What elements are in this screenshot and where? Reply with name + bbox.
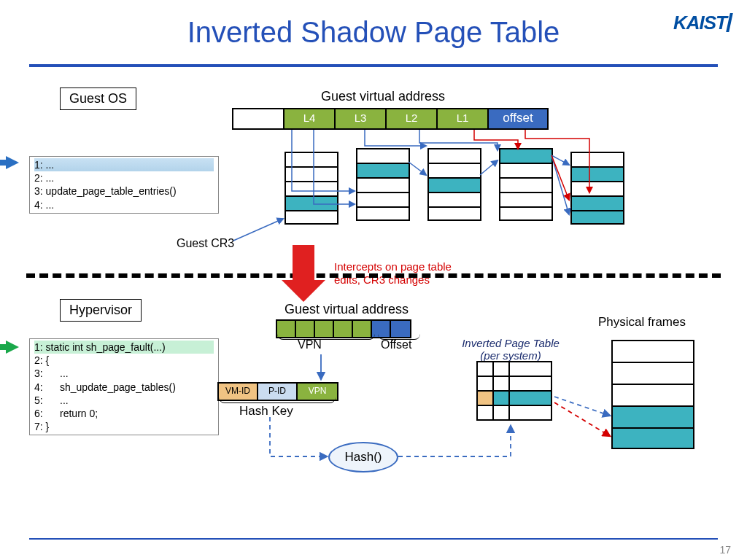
addr-l2: L2	[387, 109, 438, 128]
code-line: 4: ...	[34, 198, 214, 211]
code-line: 3: update_page_table_entries()	[34, 184, 214, 198]
hashkey-brace	[219, 397, 336, 403]
guest-code-box: 1: ... 2: ... 3: update_page_table_entri…	[29, 156, 219, 214]
kaist-logo: KAIST	[673, 12, 731, 34]
gva-label-bot: Guest virtual address	[285, 302, 409, 317]
gva-label-top: Guest virtual address	[321, 89, 445, 104]
code-line: 2: {	[34, 354, 214, 367]
page-table-l3	[356, 148, 410, 221]
physical-frames-label: Physical frames	[598, 315, 686, 330]
physical-frames-table	[611, 340, 694, 449]
hashkey-label: Hash Key	[239, 404, 293, 419]
code-line: 2: ...	[34, 171, 214, 184]
footer-rule	[29, 538, 718, 540]
offset-brace	[378, 334, 420, 340]
code-line: 1: static int sh_page_fault(...)	[34, 341, 214, 354]
page-number: 17	[719, 544, 731, 556]
guest-os-label: Guest OS	[60, 88, 136, 110]
code-line: 3: ...	[34, 367, 214, 380]
code-line: 6: return 0;	[34, 407, 214, 420]
addr-l4: L4	[285, 109, 336, 128]
addr-l1: L1	[438, 109, 489, 128]
vm-hypervisor-divider	[26, 273, 721, 278]
ipt-label: Inverted Page Table (per system)	[456, 337, 565, 362]
trap-arrow	[286, 245, 321, 302]
page-table-l1	[499, 148, 553, 221]
slide-title: Inverted Shadow Page Table	[0, 0, 747, 49]
guest-cr3-label: Guest CR3	[177, 237, 234, 250]
code-line: 7: }	[34, 420, 214, 433]
addr-offset: offset	[489, 109, 547, 128]
addr-blank	[233, 109, 285, 128]
offset-label: Offset	[381, 338, 411, 351]
instruction-pointer-green	[6, 341, 19, 354]
vpn-label: VPN	[298, 338, 322, 351]
page-table-l2	[427, 148, 481, 221]
hash-function-node: Hash()	[328, 442, 398, 472]
addr-l3: L3	[336, 109, 387, 128]
code-line: 5: ...	[34, 394, 214, 407]
guest-virtual-address-bar: L4 L3 L2 L1 offset	[232, 108, 549, 130]
vpn-brace	[277, 334, 375, 340]
code-line: 4: sh_update_page_tables()	[34, 381, 214, 394]
hypervisor-label: Hypervisor	[60, 299, 142, 322]
physical-page	[570, 152, 624, 225]
hypervisor-code-box: 1: static int sh_page_fault(...) 2: { 3:…	[29, 338, 219, 435]
code-line: 1: ...	[34, 158, 214, 171]
inverted-page-table	[477, 362, 551, 420]
page-table-l4	[285, 152, 338, 225]
instruction-pointer-blue	[6, 156, 19, 169]
title-rule	[29, 64, 718, 67]
